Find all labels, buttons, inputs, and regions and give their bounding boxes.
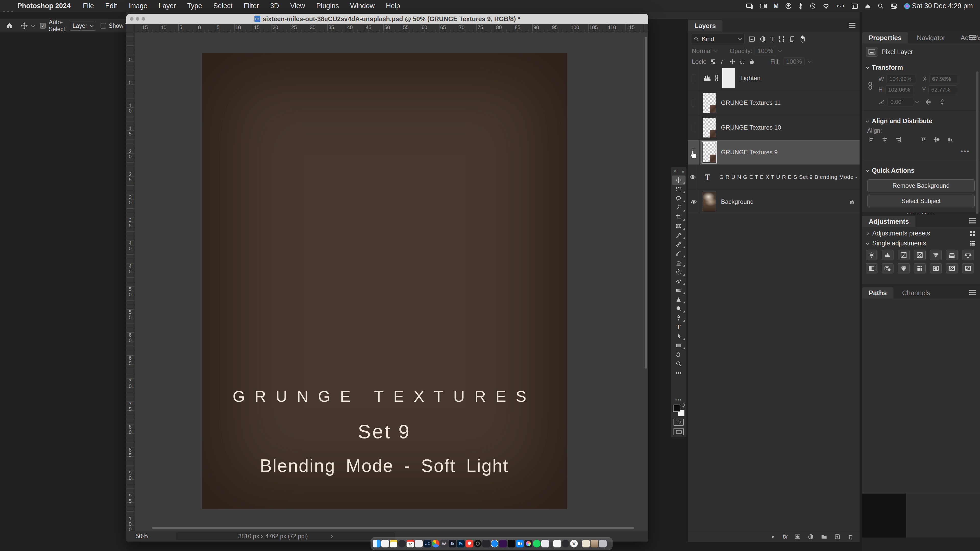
rectangle-tool[interactable] — [672, 341, 686, 350]
posterize-adjustment-icon[interactable] — [946, 263, 958, 273]
toolbar-expand-icon[interactable]: » — [682, 169, 684, 174]
time-machine-icon[interactable] — [810, 3, 816, 9]
move-tool[interactable] — [672, 176, 686, 185]
tab-navigator[interactable]: Navigator — [910, 32, 952, 43]
flip-horizontal-icon[interactable] — [924, 99, 932, 105]
filter-smart-objects-icon[interactable] — [789, 35, 796, 43]
invert-adjustment-icon[interactable] — [930, 263, 942, 273]
levels-adjustment-icon[interactable] — [882, 250, 894, 260]
align-right-icon[interactable] — [894, 136, 902, 143]
layer-row-background[interactable]: Background — [688, 189, 859, 214]
menu-item-type[interactable]: Type — [187, 2, 202, 10]
align-top-icon[interactable] — [920, 136, 928, 143]
paths-menu-icon[interactable] — [969, 290, 976, 291]
dock-icon-safari[interactable] — [491, 540, 498, 548]
filter-adjustment-layers-icon[interactable] — [759, 35, 767, 43]
layer-visibility-toggle-empty[interactable] — [688, 115, 700, 140]
dock-icon-camera-app[interactable] — [474, 540, 482, 548]
code-icon[interactable]: <·> — [836, 3, 845, 10]
dock-icon-video-app[interactable] — [499, 540, 507, 548]
window-manager-icon[interactable] — [851, 3, 858, 9]
layer-row-lighten[interactable]: Lighten — [688, 66, 859, 91]
hand-tool[interactable] — [672, 350, 686, 359]
angle-field[interactable]: 0.00° — [888, 98, 913, 106]
layer-filter-kind-dropdown[interactable]: Kind — [691, 34, 745, 44]
y-field[interactable]: 62.77% — [928, 86, 957, 94]
lock-all-icon[interactable] — [749, 59, 755, 65]
select-subject-button[interactable]: Select Subject — [867, 195, 975, 207]
new-layer-icon[interactable] — [834, 534, 841, 540]
dock-icon-documents-stack[interactable] — [582, 540, 590, 548]
siri-icon[interactable] — [904, 3, 910, 10]
brightness-contrast-adjustment-icon[interactable] — [865, 250, 877, 260]
edit-toolbar-icon[interactable]: ••• — [675, 398, 682, 402]
tab-layers[interactable]: Layers — [688, 20, 722, 32]
type-tool[interactable]: T — [672, 322, 686, 332]
layers-menu-icon[interactable] — [849, 23, 856, 24]
auto-select-checkbox[interactable]: ✓ — [40, 23, 46, 29]
tab-paths[interactable]: Paths — [862, 287, 894, 299]
dock-icon-lightroom[interactable]: LrC — [423, 540, 431, 548]
dock-icon-finder-gray[interactable] — [541, 540, 549, 548]
dock-icon-news-app[interactable] — [553, 540, 561, 548]
layer-name[interactable]: GRUNGE Textures 10 — [721, 124, 781, 131]
layer-thumbnail[interactable] — [703, 93, 716, 113]
menu-item-image[interactable]: Image — [128, 2, 148, 10]
document-size-info[interactable]: 3810 px x 4762 px (72 ppi) › — [176, 532, 395, 540]
bluetooth-icon[interactable] — [798, 3, 803, 10]
hue-saturation-adjustment-icon[interactable] — [946, 250, 958, 260]
lasso-tool[interactable] — [672, 194, 686, 203]
group-icon[interactable] — [821, 534, 827, 540]
vibrance-adjustment-icon[interactable] — [930, 250, 942, 260]
layer-row-text[interactable]: TG R U N G E T E X T U R E S Set 9 Blend… — [688, 165, 859, 189]
tab-adjustments[interactable]: Adjustments — [862, 216, 915, 227]
history-brush-tool[interactable] — [672, 267, 686, 276]
show-transform-checkbox[interactable] — [100, 23, 106, 29]
sharpen-tool[interactable] — [672, 295, 686, 304]
dock-icon-finder[interactable] — [373, 540, 380, 548]
adjustments-menu-icon[interactable] — [969, 218, 976, 219]
exposure-adjustment-icon[interactable] — [914, 250, 926, 260]
menu-item-filter[interactable]: Filter — [244, 2, 259, 10]
dock-icon-black-app[interactable] — [508, 540, 515, 548]
filter-toggle-icon[interactable] — [799, 35, 806, 43]
dock-icon-calendar[interactable]: 30 — [407, 540, 414, 548]
menu-item-edit[interactable]: Edit — [105, 2, 117, 10]
canvas-area[interactable]: GRUNGE TEXTURES Set 9 Blending Mode - So… — [135, 32, 648, 530]
lock-artboard-icon[interactable] — [739, 59, 745, 65]
document-titlebar[interactable]: Ps sixteen-miles-out-38eCU2sv4dA-unsplas… — [126, 14, 648, 24]
align-more-icon[interactable]: ••• — [862, 143, 980, 157]
auto-select-target-dropdown[interactable]: Layer — [70, 21, 96, 30]
dock-icon-dark-browser[interactable] — [398, 540, 406, 548]
menu-item-layer[interactable]: Layer — [159, 2, 176, 10]
blend-mode-dropdown[interactable]: Normal — [692, 48, 711, 55]
menu-item-help[interactable]: Help — [386, 2, 400, 10]
layer-row-grunge-textures-9[interactable]: GRUNGE Textures 9 — [688, 140, 859, 165]
dock-icon-dark-circle-app[interactable] — [562, 540, 570, 548]
swap-colors-icon[interactable]: ⤸ — [682, 403, 685, 408]
screen-mode-icon[interactable] — [673, 428, 684, 435]
flip-vertical-icon[interactable] — [939, 99, 946, 105]
channel-mixer-adjustment-icon[interactable] — [898, 263, 910, 273]
layer-visibility-eye-icon[interactable] — [688, 165, 698, 189]
black-white-adjustment-icon[interactable] — [865, 263, 877, 273]
menu-item-plugins[interactable]: Plugins — [316, 2, 339, 10]
tab-properties[interactable]: Properties — [862, 32, 908, 43]
dock-icon-facetime[interactable] — [516, 540, 524, 548]
add-mask-icon[interactable] — [794, 534, 801, 540]
clone-stamp-tool[interactable] — [672, 258, 686, 267]
display-icon[interactable] — [746, 3, 753, 9]
tool-preset-chevron-icon[interactable] — [31, 23, 35, 27]
quick-mask-icon[interactable] — [673, 419, 684, 426]
layer-name[interactable]: Lighten — [740, 75, 760, 82]
layer-name[interactable]: G R U N G E T E X T U R E S Set 9 Blendi… — [719, 174, 859, 180]
layer-thumbnail[interactable] — [703, 142, 716, 162]
marquee-tool[interactable] — [672, 185, 686, 194]
quick-actions-title[interactable]: Quick Actions — [872, 167, 915, 174]
lock-pixels-icon[interactable] — [720, 59, 726, 65]
accessibility-icon[interactable] — [785, 3, 792, 9]
curves-adjustment-icon[interactable] — [898, 250, 910, 260]
adjustment-icon[interactable] — [808, 534, 814, 540]
opacity-field[interactable]: 100% — [755, 47, 776, 56]
layer-visibility-toggle-empty[interactable] — [688, 66, 700, 90]
